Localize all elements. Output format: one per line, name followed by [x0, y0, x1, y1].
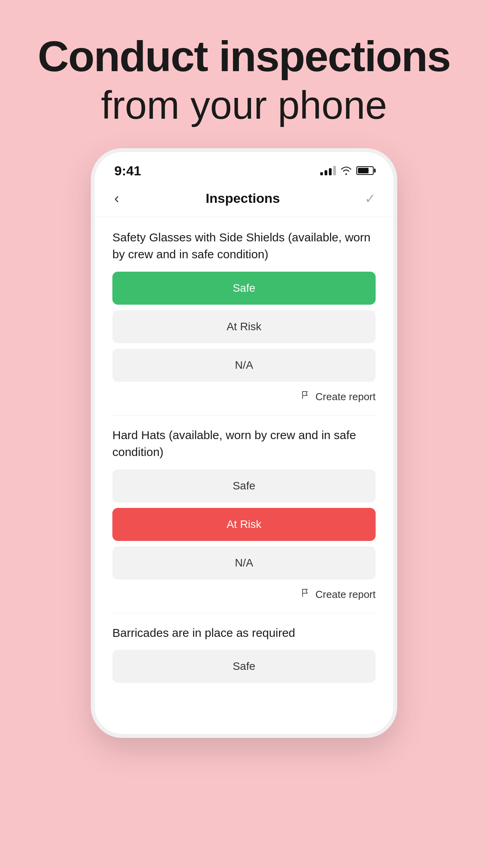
back-button[interactable]: ‹ [112, 188, 121, 209]
nav-title: Inspections [206, 191, 280, 206]
status-bar: 9:41 [95, 152, 393, 182]
check-icon[interactable]: ✓ [365, 191, 376, 206]
inspection-question-1: Safety Glasses with Side Shields (availa… [112, 229, 376, 263]
option-na-2[interactable]: N/A [112, 546, 376, 579]
headline-light: from your phone [31, 81, 457, 129]
create-report-link-1[interactable]: Create report [316, 391, 376, 403]
divider-1 [112, 415, 376, 416]
option-risk-2[interactable]: At Risk [112, 508, 376, 541]
inspection-question-2: Hard Hats (available, worn by crew and i… [112, 427, 376, 461]
create-report-row-1: Create report [112, 390, 376, 403]
status-icons [320, 166, 374, 175]
option-safe-1[interactable]: Safe [112, 272, 376, 305]
inspection-question-3: Barricades are in place as required [112, 624, 376, 642]
wifi-icon [341, 166, 352, 175]
content-area: Safety Glasses with Side Shields (availa… [95, 217, 393, 712]
inspection-item-3: Barricades are in place as required Safe [112, 624, 376, 689]
battery-icon [356, 166, 374, 175]
page-header: Conduct inspections from your phone [0, 0, 488, 148]
inspection-item-2: Hard Hats (available, worn by crew and i… [112, 427, 376, 601]
option-na-1[interactable]: N/A [112, 349, 376, 382]
option-safe-2[interactable]: Safe [112, 469, 376, 502]
create-report-row-2: Create report [112, 588, 376, 601]
report-flag-icon-1 [301, 390, 311, 403]
inspection-item-1: Safety Glasses with Side Shields (availa… [112, 229, 376, 403]
signal-icon [320, 166, 336, 175]
create-report-link-2[interactable]: Create report [316, 588, 376, 601]
option-safe-3[interactable]: Safe [112, 650, 376, 683]
nav-bar: ‹ Inspections ✓ [95, 182, 393, 217]
divider-2 [112, 613, 376, 613]
report-flag-icon-2 [301, 588, 311, 601]
option-risk-1[interactable]: At Risk [112, 310, 376, 343]
phone-mockup: 9:41 ‹ Inspections ✓ [91, 148, 397, 738]
phone-screen: 9:41 ‹ Inspections ✓ [95, 152, 393, 734]
headline-bold: Conduct inspections [31, 31, 457, 81]
status-time: 9:41 [114, 163, 141, 178]
